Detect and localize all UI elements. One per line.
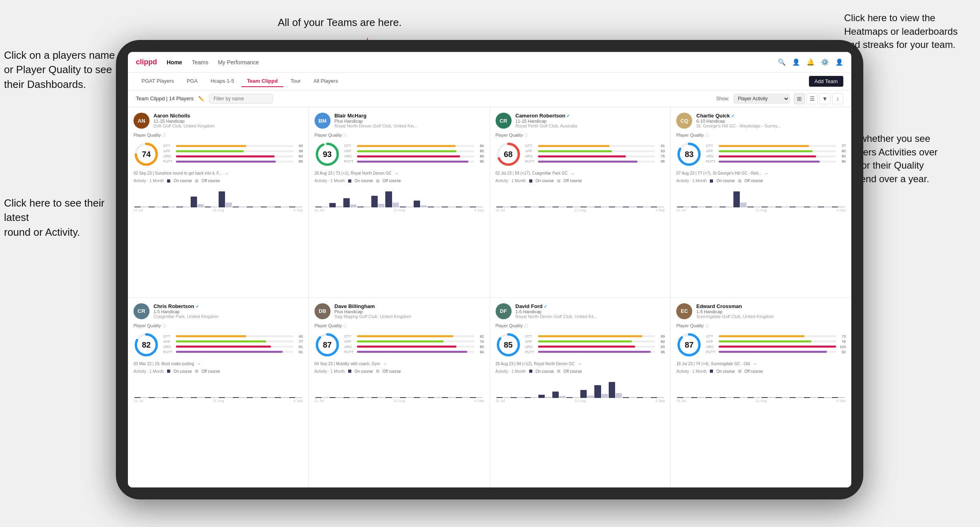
quality-section[interactable]: 85 OTT 89 APP 80 ARG 83	[496, 332, 665, 358]
recent-round[interactable]: 03 Mar 23 | 19, Must make putting →	[133, 362, 303, 366]
stat-value: 83	[838, 154, 846, 158]
avatar-icon[interactable]: 👤	[835, 58, 843, 66]
recent-round[interactable]: 26 Aug 23 | 73 (+1), Royal North Devon G…	[315, 171, 484, 175]
activity-section: Activity · 1 Month On course Off course	[496, 179, 665, 212]
stat-label: APP	[344, 149, 355, 153]
filter-input[interactable]	[209, 94, 273, 103]
chart-bar-group	[470, 207, 483, 207]
nav-home[interactable]: Home	[167, 59, 182, 66]
team-label: Team Clippd | 14 Players	[136, 95, 193, 101]
quality-section[interactable]: 83 OTT 77 APP 80 ARG 83	[676, 141, 846, 167]
chart-bar-off	[825, 397, 831, 398]
chart-bar-on	[510, 397, 517, 398]
chart-bar-on	[818, 397, 824, 398]
subnav-pgat[interactable]: PGAT Players	[136, 76, 179, 87]
player-card[interactable]: BM Blair McHarg Plus Handicap Royal Nort…	[309, 107, 490, 297]
settings-icon[interactable]: ⚙️	[821, 58, 829, 66]
subnav-hcaps[interactable]: Hcaps 1-5	[205, 76, 240, 87]
user-icon[interactable]: 👤	[792, 58, 800, 66]
stat-label: ARG	[706, 154, 717, 158]
quality-section[interactable]: 74 OTT 60 APP 58 ARG 84	[133, 141, 303, 167]
stat-label: OTT	[163, 144, 174, 148]
chart-bar-on	[733, 191, 740, 207]
player-avatar: BM	[315, 113, 331, 129]
show-select[interactable]: Player Activity Quality Score Trend	[733, 94, 790, 103]
chart-bar-off	[406, 397, 413, 398]
chart-bar-off	[839, 397, 845, 398]
subnav-all-players[interactable]: All Players	[308, 76, 343, 87]
team-bar-right: Show: Player Activity Quality Score Tren…	[716, 93, 843, 104]
player-card[interactable]: CQ Charlie Quick✓ 6-10 Handicap St. Geor…	[671, 107, 851, 297]
quality-section[interactable]: 87 OTT 73 APP 79 ARG 103	[676, 332, 846, 358]
quality-section[interactable]: 87 OTT 82 APP 74 ARG 85	[315, 332, 484, 358]
quality-circle-wrap: 74	[133, 141, 159, 167]
subnav-pga[interactable]: PGA	[181, 76, 203, 87]
player-name[interactable]: Aaron Nicholls	[153, 113, 303, 119]
search-icon[interactable]: 🔍	[778, 58, 786, 66]
chart-bar-on	[552, 392, 559, 398]
stat-value: 82	[476, 334, 484, 338]
quality-section[interactable]: 82 OTT 60 APP 77 ARG 81	[133, 332, 303, 358]
grid-view-button[interactable]: ⊞	[794, 93, 805, 104]
recent-round[interactable]: 07 Aug 23 | 77 (+7), St George's Hill GC…	[676, 171, 846, 175]
quality-section[interactable]: 93 OTT 84 APP 85 ARG 88	[315, 141, 484, 167]
recent-round[interactable]: 26 Aug 23 | 84 (+12), Royal North Devon …	[496, 362, 665, 366]
player-card[interactable]: CR Cameron Robertson✓ 11-15 Handicap Roy…	[490, 107, 671, 297]
recent-round[interactable]: 02 Sep 23 | Sunshine round to get back i…	[133, 171, 303, 175]
add-team-button[interactable]: Add Team	[809, 76, 843, 87]
subnav-team-clippd[interactable]: Team Clippd	[241, 76, 283, 87]
chart-bar-on	[623, 207, 629, 207]
stat-value: 92	[838, 350, 846, 354]
player-name[interactable]: Edward Crossman	[696, 303, 846, 309]
player-name[interactable]: Dave Billingham	[335, 303, 484, 309]
chart-bar-group	[524, 397, 538, 398]
chart-bar-on	[609, 207, 615, 207]
chart-dates: 31 Jul21 Aug4 Sep	[315, 208, 484, 212]
chart-bar-group	[705, 207, 719, 207]
player-card[interactable]: EC Edward Crossman 1-5 Handicap Sunningd…	[671, 298, 851, 488]
chart-bar-on	[470, 397, 476, 398]
chart-bar-on	[205, 207, 211, 207]
chart-bar-off	[434, 397, 441, 398]
chart-bar-group	[594, 385, 608, 398]
recent-round[interactable]: 04 Sep 23 | Mobility with coach, Gym →	[315, 362, 484, 366]
chart-bar-off	[239, 397, 246, 398]
on-course-dot	[167, 179, 170, 183]
stat-fill	[538, 335, 642, 337]
chart-bar-on	[691, 207, 697, 207]
player-card[interactable]: DB Dave Billingham Plus Handicap Sag Mag…	[309, 298, 490, 488]
nav-my-performance[interactable]: My Performance	[218, 59, 259, 66]
player-name[interactable]: Blair McHarg	[335, 113, 484, 119]
filter-button[interactable]: ▼	[819, 93, 831, 104]
player-name[interactable]: David Ford✓	[516, 303, 665, 309]
verified-icon: ✓	[544, 304, 547, 309]
chart-bar-on	[148, 207, 155, 207]
sort-button[interactable]: ↕	[832, 93, 843, 104]
chart-bar-group	[789, 207, 803, 207]
player-name[interactable]: Cameron Robertson✓	[516, 113, 665, 119]
chart-bar-group	[832, 207, 845, 207]
stat-label: APP	[344, 340, 355, 344]
recent-round[interactable]: 18 Jul 23 | 74 (+4), Sunningdale GC - Ol…	[676, 362, 846, 366]
chart-bar-group	[775, 397, 789, 398]
recent-round[interactable]: 02 Jul 23 | 59 (+17), Craigmillar Park G…	[496, 171, 665, 175]
stat-label: ARG	[525, 345, 536, 349]
nav-teams[interactable]: Teams	[192, 59, 208, 66]
player-card[interactable]: DF David Ford✓ 1-5 Handicap Royal North …	[490, 298, 671, 488]
on-course-dot	[167, 370, 170, 373]
quality-circle-wrap: 83	[676, 141, 702, 167]
list-view-button[interactable]: ☰	[807, 93, 818, 104]
off-course-dot	[376, 179, 379, 183]
activity-chart	[133, 376, 303, 398]
player-card[interactable]: AN Aaron Nicholls 11-15 Handicap Drift G…	[128, 107, 309, 297]
player-name[interactable]: Chris Robertson✓	[153, 303, 303, 309]
quality-section[interactable]: 68 OTT 61 APP 63 ARG 75	[496, 141, 665, 167]
chart-bar-group	[442, 397, 455, 398]
subnav-tour[interactable]: Tour	[285, 76, 306, 87]
bell-icon[interactable]: 🔔	[807, 58, 815, 66]
player-card[interactable]: CR Chris Robertson✓ 1-5 Handicap Craigmi…	[128, 298, 309, 488]
edit-icon[interactable]: ✏️	[198, 96, 204, 101]
player-name[interactable]: Charlie Quick✓	[696, 113, 846, 119]
chart-bar-off	[811, 207, 817, 207]
quality-bars: OTT 60 APP 77 ARG 81 PUTT 9	[163, 334, 303, 355]
